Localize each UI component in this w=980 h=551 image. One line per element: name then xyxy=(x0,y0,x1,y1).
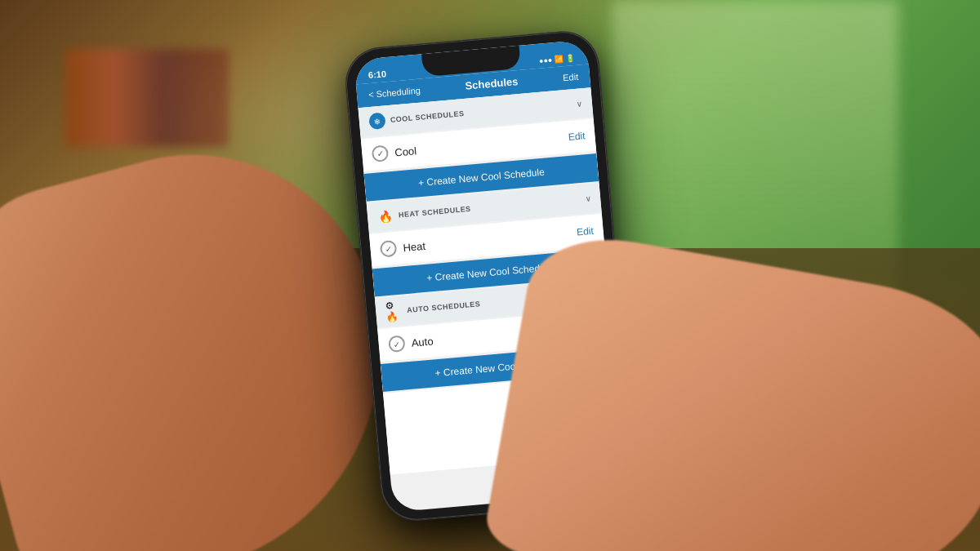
heat-edit-link[interactable]: Edit xyxy=(576,224,594,238)
wifi-icon: 📶 xyxy=(555,55,564,64)
auto-section-label: AUTO SCHEDULES xyxy=(407,300,481,314)
heat-checkmark-icon: ✓ xyxy=(380,239,398,257)
cool-icon: ❄ xyxy=(368,112,386,130)
heat-item-left: ✓ Heat xyxy=(380,237,426,257)
cool-edit-link[interactable]: Edit xyxy=(568,130,586,143)
auto-schedule-name: Auto xyxy=(411,334,434,348)
heat-section-label: HEAT SCHEDULES xyxy=(399,204,471,219)
heat-schedule-name: Heat xyxy=(403,239,426,253)
auto-icon: ⚙🔥 xyxy=(385,302,403,320)
nav-title: Schedules xyxy=(465,75,519,92)
cool-section-header-left: ❄ COOL SCHEDULES xyxy=(368,105,465,130)
status-time: 6:10 xyxy=(368,69,386,80)
cool-checkmark-icon: ✓ xyxy=(372,144,390,162)
heat-section-header-left: 🔥 HEAT SCHEDULES xyxy=(376,200,471,224)
auto-section-header-left: ⚙🔥 AUTO SCHEDULES xyxy=(385,295,482,320)
heat-icon: 🔥 xyxy=(376,207,394,225)
heat-chevron-icon: ∨ xyxy=(585,193,591,203)
status-icons: ●●● 📶 🔋 xyxy=(539,53,576,64)
cool-item-left: ✓ Cool xyxy=(372,142,417,162)
cool-chevron-icon: ∨ xyxy=(577,98,583,108)
cool-schedule-name: Cool xyxy=(394,144,417,158)
battery-icon: 🔋 xyxy=(566,53,576,62)
auto-item-left: ✓ Auto xyxy=(388,332,434,353)
cool-schedules-section: ❄ COOL SCHEDULES ∨ ✓ Cool Edit + Create … xyxy=(358,87,599,201)
auto-checkmark-icon: ✓ xyxy=(388,335,406,353)
nav-edit-button[interactable]: Edit xyxy=(563,71,579,82)
nav-back-button[interactable]: < Scheduling xyxy=(368,85,421,100)
cool-section-label: COOL SCHEDULES xyxy=(390,109,464,124)
signal-icon: ●●● xyxy=(539,56,553,64)
